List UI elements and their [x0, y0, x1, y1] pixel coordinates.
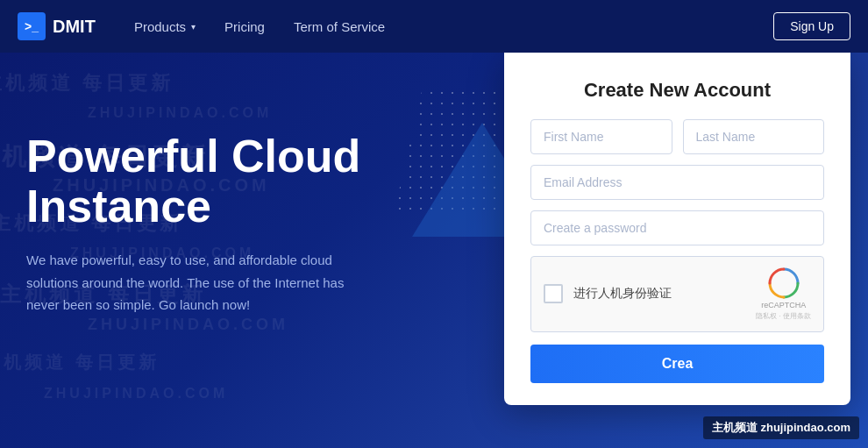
recaptcha-label: 进行人机身份验证	[573, 286, 749, 302]
bottom-watermark: 主机频道 zhujipindao.com	[703, 416, 859, 439]
email-input[interactable]	[530, 165, 824, 200]
recaptcha-brand: reCAPTCHA	[761, 301, 806, 311]
bg-watermark: ZHUJIPINDAO.COM	[88, 316, 288, 334]
first-name-input[interactable]	[530, 119, 672, 154]
navbar: >_ DMIT Products ▾ Pricing Term of Servi…	[0, 0, 868, 53]
recaptcha-links: 隐私权 · 使用条款	[756, 311, 811, 321]
bg-watermark: 主机频道 每日更新	[0, 351, 160, 374]
logo-text: DMIT	[53, 17, 96, 37]
logo[interactable]: >_ DMIT	[18, 12, 96, 40]
nav-products[interactable]: Products ▾	[122, 12, 208, 41]
recaptcha-logo: reCAPTCHA 隐私权 · 使用条款	[756, 267, 811, 321]
hero-title: Powerful Cloud Instance	[26, 132, 491, 231]
nav-tos[interactable]: Term of Service	[281, 12, 397, 41]
name-row	[530, 119, 824, 154]
registration-form: Create New Account 进行人机身份验证 reCAPTCHA 隐私…	[504, 53, 850, 405]
nav-pricing[interactable]: Pricing	[212, 12, 277, 41]
bg-watermark: ZHUJIPINDAO.COM	[44, 386, 228, 402]
recaptcha-checkbox[interactable]	[544, 284, 563, 303]
recaptcha-box[interactable]: 进行人机身份验证 reCAPTCHA 隐私权 · 使用条款	[530, 256, 824, 332]
hero-section: 主机频道 每日更新 ZHUJIPINDAO.COM 主机频道 每日更新 ZHUJ…	[0, 53, 868, 448]
logo-icon: >_	[18, 12, 46, 40]
signup-button[interactable]: Sign Up	[773, 12, 850, 40]
chevron-down-icon: ▾	[191, 22, 196, 32]
form-title: Create New Account	[530, 79, 824, 102]
hero-content: Powerful Cloud Instance We have powerful…	[0, 79, 491, 316]
hero-subtitle: We have powerful, easy to use, and affor…	[26, 249, 359, 316]
nav-links: Products ▾ Pricing Term of Service	[122, 12, 773, 41]
last-name-input[interactable]	[683, 119, 825, 154]
password-input[interactable]	[530, 210, 824, 245]
create-account-button[interactable]: Crea	[530, 345, 824, 383]
